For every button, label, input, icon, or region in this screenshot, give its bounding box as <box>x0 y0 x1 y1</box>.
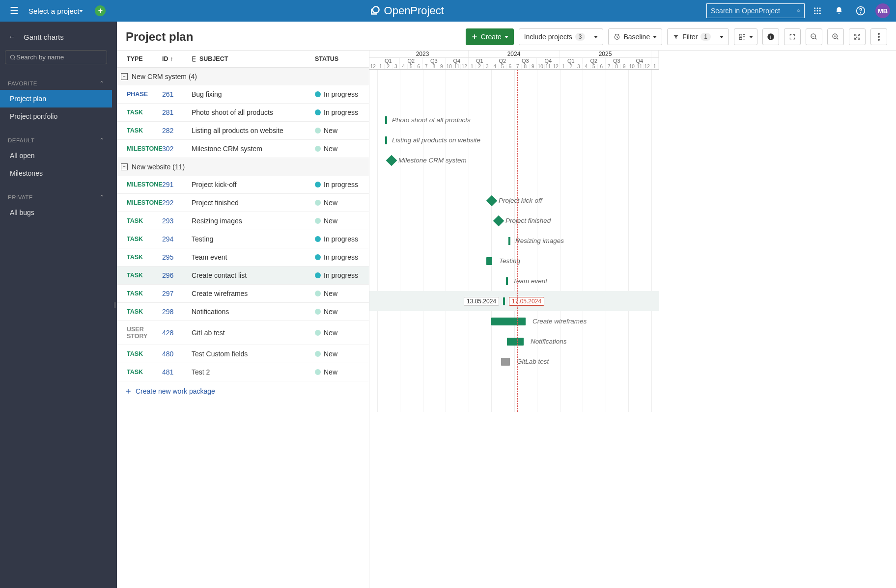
gantt-tick[interactable] <box>503 297 505 305</box>
search-icon <box>9 54 16 61</box>
status-cell: New <box>315 350 369 358</box>
more-button[interactable] <box>870 28 887 45</box>
id-link[interactable]: 480 <box>162 350 192 358</box>
quick-add-button[interactable]: + <box>95 5 106 16</box>
gantt-tick[interactable] <box>506 277 508 285</box>
id-link[interactable]: 294 <box>162 235 192 243</box>
create-work-package-link[interactable]: Create new work package <box>117 381 369 401</box>
fullscreen-button[interactable] <box>784 28 801 45</box>
subject-cell: Resizing images <box>192 217 315 225</box>
collapse-icon[interactable]: − <box>121 163 128 170</box>
table-row[interactable]: MILESTONE 302 Milestone CRM system New <box>117 140 369 158</box>
col-subject[interactable]: SUBJECT <box>192 55 315 62</box>
config-icon <box>738 33 746 41</box>
project-select[interactable]: Select a project <box>28 7 83 15</box>
status-cell: In progress <box>315 235 369 243</box>
gantt-tick[interactable] <box>385 136 387 144</box>
global-search[interactable] <box>706 3 805 18</box>
auto-zoom-button[interactable] <box>849 28 866 45</box>
sidebar-item-project-plan[interactable]: Project plan <box>0 90 112 107</box>
id-link[interactable]: 281 <box>162 108 192 116</box>
table-row[interactable]: PHASE 261 Bug fixing In progress <box>117 85 369 104</box>
month-label: 12 <box>644 64 651 69</box>
zoom-in-button[interactable] <box>827 28 844 45</box>
status-dot-icon <box>315 91 321 97</box>
type-cell: TASK <box>117 127 162 134</box>
table-row[interactable]: USER STORY 428 GitLab test New <box>117 321 369 345</box>
table-row[interactable]: TASK 296 Create contact list In progress <box>117 267 369 285</box>
col-type[interactable]: TYPE <box>117 55 162 62</box>
svg-point-12 <box>861 13 861 13</box>
sidebar-item-all-bugs[interactable]: All bugs <box>0 204 112 221</box>
id-link[interactable]: 292 <box>162 199 192 207</box>
id-link[interactable]: 296 <box>162 271 192 279</box>
zoom-out-button[interactable] <box>806 28 822 45</box>
id-link[interactable]: 291 <box>162 181 192 188</box>
bell-icon[interactable] <box>830 2 848 20</box>
id-link[interactable]: 481 <box>162 368 192 376</box>
gantt-milestone[interactable] <box>493 215 504 226</box>
include-projects-button[interactable]: Include projects 3 <box>519 28 604 45</box>
table-row[interactable]: TASK 298 Notifications New <box>117 303 369 321</box>
table-row[interactable]: TASK 295 Team event In progress <box>117 248 369 267</box>
settings-dropdown[interactable] <box>734 28 757 45</box>
id-link[interactable]: 282 <box>162 127 192 134</box>
help-icon[interactable] <box>852 2 869 20</box>
month-label: 1 <box>377 64 385 69</box>
sidebar-group-private[interactable]: PRIVATE⌃ <box>0 191 112 204</box>
sidebar-item-all-open[interactable]: All open <box>0 147 112 164</box>
gantt-tick[interactable] <box>385 116 387 124</box>
table-row[interactable]: TASK 480 Test Custom fields New <box>117 345 369 363</box>
month-label: 5 <box>408 64 416 69</box>
id-link[interactable]: 428 <box>162 329 192 337</box>
gantt-milestone[interactable] <box>486 195 498 206</box>
project-select-label: Select a project <box>28 7 79 15</box>
table-group[interactable]: −New CRM system (4) <box>117 68 369 85</box>
info-button[interactable] <box>762 28 779 45</box>
id-link[interactable]: 261 <box>162 90 192 98</box>
gantt-bar[interactable] <box>486 257 492 265</box>
gantt-bar[interactable] <box>501 358 510 366</box>
id-link[interactable]: 302 <box>162 145 192 153</box>
id-link[interactable]: 295 <box>162 253 192 261</box>
col-id[interactable]: ID ↑ <box>162 55 192 62</box>
filter-button[interactable]: Filter 1 <box>667 28 729 45</box>
sidebar-group-default[interactable]: DEFAULT⌃ <box>0 134 112 147</box>
avatar[interactable]: MB <box>875 3 890 18</box>
svg-point-2 <box>814 7 815 9</box>
table-group[interactable]: −New website (11) <box>117 158 369 176</box>
table-row[interactable]: TASK 297 Create wireframes New <box>117 285 369 303</box>
sidebar-search-input[interactable] <box>16 53 103 61</box>
gantt-label: Listing all products on website <box>392 136 480 144</box>
sidebar-resizer[interactable]: || <box>112 22 117 588</box>
id-link[interactable]: 298 <box>162 308 192 316</box>
search-input[interactable] <box>711 7 797 15</box>
table-row[interactable]: MILESTONE 292 Project finished New <box>117 194 369 212</box>
table-row[interactable]: TASK 481 Test 2 New <box>117 363 369 381</box>
modules-icon[interactable] <box>809 2 826 20</box>
chevron-up-icon: ⌃ <box>99 80 105 87</box>
gantt-tick[interactable] <box>508 237 510 245</box>
table-row[interactable]: MILESTONE 291 Project kick-off In progre… <box>117 176 369 194</box>
gantt-pane[interactable]: 202320242025 Q1Q2Q3Q4Q1Q2Q3Q4Q1Q2Q3Q4 12… <box>369 51 896 588</box>
svg-point-10 <box>819 13 821 14</box>
gantt-milestone[interactable] <box>386 155 397 166</box>
table-row[interactable]: TASK 281 Photo shoot of all products In … <box>117 104 369 122</box>
sidebar-group-favorite[interactable]: FAVORITE⌃ <box>0 77 112 90</box>
sidebar-item-milestones[interactable]: Milestones <box>0 164 112 182</box>
menu-icon[interactable]: ☰ <box>6 3 23 19</box>
gantt-bar[interactable] <box>491 318 526 325</box>
sidebar-search[interactable] <box>5 50 107 64</box>
baseline-button[interactable]: Baseline <box>608 28 662 45</box>
col-status[interactable]: STATUS <box>315 55 369 62</box>
sidebar-item-project-portfolio[interactable]: Project portfolio <box>0 107 112 125</box>
id-link[interactable]: 297 <box>162 290 192 297</box>
gantt-bar[interactable] <box>507 338 524 346</box>
table-row[interactable]: TASK 293 Resizing images New <box>117 212 369 230</box>
create-button[interactable]: Create <box>466 28 514 45</box>
table-row[interactable]: TASK 294 Testing In progress <box>117 230 369 248</box>
id-link[interactable]: 293 <box>162 217 192 225</box>
collapse-icon[interactable]: − <box>121 73 128 80</box>
table-row[interactable]: TASK 282 Listing all products on website… <box>117 122 369 140</box>
back-arrow-icon[interactable]: ← <box>8 32 16 41</box>
